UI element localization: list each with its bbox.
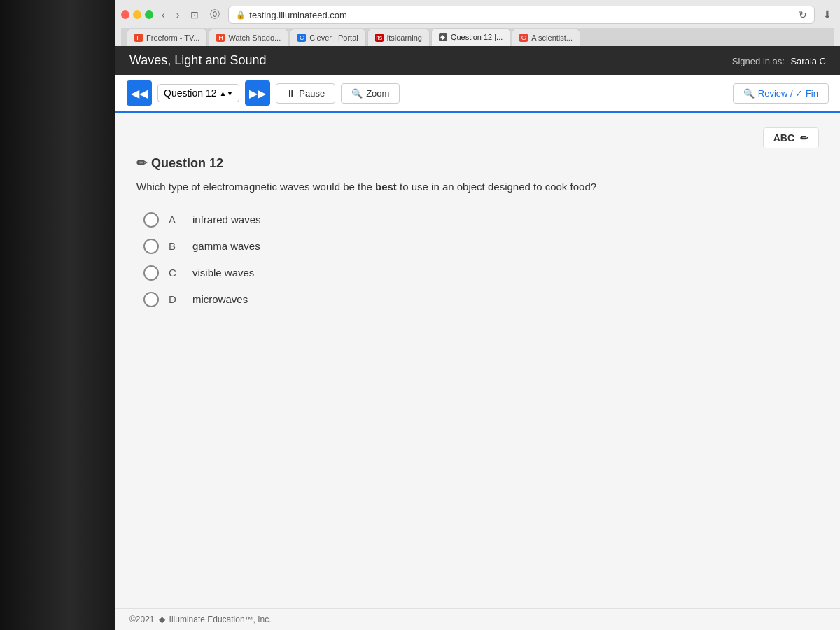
option-label-a: A: [169, 214, 183, 225]
browser-tab-itslearning[interactable]: itsitslearning: [368, 29, 430, 46]
pause-label: Pause: [299, 88, 325, 99]
answer-option-a[interactable]: Ainfrared waves: [144, 212, 819, 227]
signed-in-area: Signed in as: Saraia C: [732, 55, 826, 67]
question-selector[interactable]: Question 12 ▲▼: [158, 84, 239, 102]
zoom-label: Zoom: [366, 88, 389, 99]
lock-icon: 🔒: [236, 10, 246, 20]
screen-record-button[interactable]: ⓪: [207, 7, 223, 22]
option-label-d: D: [169, 293, 183, 305]
answer-option-b[interactable]: Bgamma waves: [144, 239, 819, 254]
url-text: testing.illuminateed.com: [249, 10, 346, 20]
tab-favicon-watch: H: [216, 34, 225, 42]
signed-in-user: Saraia C: [790, 56, 826, 66]
next-question-button[interactable]: ▶▶: [245, 80, 270, 106]
app-footer: ©2021 ◆ Illuminate Education™, Inc.: [115, 608, 840, 630]
option-text-a: infrared waves: [192, 214, 261, 225]
minimize-traffic-light[interactable]: [133, 10, 141, 19]
tab-label-clever: Clever | Portal: [309, 34, 358, 42]
browser-tab-watch[interactable]: HWatch Shado...: [209, 29, 288, 46]
tab-favicon-itslearning: its: [375, 34, 384, 42]
tab-favicon-clever: C: [298, 34, 306, 42]
edit-icon: ✏: [800, 132, 808, 144]
reload-button[interactable]: ↻: [799, 9, 807, 20]
answer-option-d[interactable]: Dmicrowaves: [144, 292, 819, 307]
quiz-main: ABC ✏ ✏ Question 12 Which type of electr…: [115, 113, 840, 608]
tab-label-question12: Question 12 |...: [451, 33, 503, 41]
download-button[interactable]: ⬇: [820, 8, 834, 22]
browser-tab-freeform[interactable]: FFreeform - TV...: [127, 29, 207, 46]
abc-badge-area: ABC ✏: [136, 127, 819, 148]
company-name: Illuminate Education™, Inc.: [169, 615, 272, 624]
tab-label-watch: Watch Shado...: [228, 34, 281, 42]
review-icon: 🔍: [743, 88, 755, 99]
browser-tab-question12[interactable]: ◆Question 12 |...: [431, 28, 510, 46]
tab-favicon-freeform: F: [134, 34, 143, 42]
question-text: Which type of electromagnetic waves woul…: [136, 179, 819, 195]
app-title: Waves, Light and Sound: [130, 53, 266, 68]
tab-label-itslearning: itslearning: [387, 34, 422, 42]
pencil-icon: ✏: [136, 155, 147, 171]
option-text-d: microwaves: [192, 293, 248, 305]
back-question-button[interactable]: ◀◀: [127, 80, 152, 106]
tab-label-scientist: A scientist...: [531, 34, 573, 42]
close-traffic-light[interactable]: [121, 10, 130, 19]
abc-badge: ABC ✏: [763, 127, 819, 148]
question-number: Question 12: [151, 156, 223, 171]
signed-in-label: Signed in as:: [732, 56, 785, 66]
back-icon: ◀◀: [131, 87, 148, 100]
radio-b[interactable]: [144, 239, 159, 254]
option-label-c: C: [169, 267, 183, 279]
back-button[interactable]: ‹: [159, 8, 168, 22]
answer-options: Ainfrared wavesBgamma wavesCvisible wave…: [136, 212, 819, 307]
quiz-toolbar: ◀◀ Question 12 ▲▼ ▶▶ ⏸ Pause 🔍 Zoom 🔍 Re…: [115, 75, 840, 113]
tab-favicon-scientist: G: [519, 34, 528, 42]
browser-actions: ⬇: [820, 8, 834, 22]
chevron-down-icon: ▲▼: [220, 90, 234, 97]
tab-label-freeform: Freeform - TV...: [146, 34, 200, 42]
zoom-button[interactable]: 🔍 Zoom: [341, 83, 400, 104]
app-content: Waves, Light and Sound Signed in as: Sar…: [115, 46, 840, 630]
zoom-icon: 🔍: [351, 88, 363, 99]
traffic-lights: [121, 10, 153, 19]
review-label: Review / ✓ Fin: [758, 88, 818, 99]
illuminate-logo: ◆: [159, 615, 165, 624]
address-bar[interactable]: 🔒 testing.illuminateed.com ↻: [228, 6, 815, 24]
copyright: ©2021: [130, 615, 155, 624]
option-label-b: B: [169, 240, 183, 252]
radio-d[interactable]: [144, 292, 159, 307]
abc-label: ABC: [774, 132, 794, 144]
tabs-bar: FFreeform - TV...HWatch Shado...CClever …: [121, 28, 834, 46]
forward-button[interactable]: ›: [174, 8, 183, 22]
browser-tab-scientist[interactable]: GA scientist...: [512, 29, 580, 46]
answer-option-c[interactable]: Cvisible waves: [144, 265, 819, 281]
option-text-b: gamma waves: [192, 240, 260, 252]
option-text-c: visible waves: [192, 267, 254, 279]
question-selector-label: Question 12: [164, 88, 217, 99]
radio-a[interactable]: [144, 212, 159, 227]
tab-overview-button[interactable]: ⊡: [188, 8, 202, 22]
review-button[interactable]: 🔍 Review / ✓ Fin: [733, 83, 829, 104]
maximize-traffic-light[interactable]: [145, 10, 153, 19]
next-icon: ▶▶: [249, 87, 266, 100]
pause-button[interactable]: ⏸ Pause: [276, 83, 335, 104]
pause-icon: ⏸: [286, 88, 295, 99]
question-title: ✏ Question 12: [136, 155, 819, 171]
tab-favicon-question12: ◆: [439, 33, 447, 41]
browser-tab-clever[interactable]: CClever | Portal: [290, 29, 366, 46]
app-header: Waves, Light and Sound Signed in as: Sar…: [115, 46, 840, 75]
radio-c[interactable]: [144, 265, 159, 281]
